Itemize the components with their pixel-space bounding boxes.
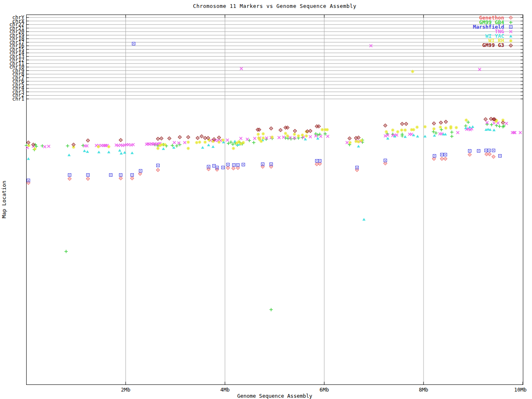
data-point xyxy=(284,132,287,135)
data-point xyxy=(156,168,160,172)
diamond-dot-icon xyxy=(316,164,317,165)
data-point xyxy=(156,137,160,140)
diamond-dot-icon xyxy=(491,118,492,119)
diamond-dot-icon xyxy=(441,122,441,123)
data-point xyxy=(498,125,501,128)
data-point xyxy=(27,157,30,160)
diamond-dot-icon xyxy=(233,168,234,169)
square-dot-icon xyxy=(493,150,494,151)
data-point xyxy=(212,145,215,148)
data-point xyxy=(212,165,215,167)
data-point xyxy=(468,153,471,156)
data-point xyxy=(450,131,453,134)
data-point xyxy=(444,153,447,156)
data-point xyxy=(217,136,221,139)
data-point xyxy=(362,218,366,220)
diamond-dot-icon xyxy=(441,158,442,159)
data-point xyxy=(485,123,489,126)
data-point xyxy=(348,141,352,144)
data-point xyxy=(400,128,403,132)
data-point xyxy=(269,127,273,130)
diamond-dot-icon xyxy=(357,170,357,170)
square-dot-icon xyxy=(132,175,133,175)
data-point xyxy=(97,150,101,153)
triangle-icon xyxy=(416,135,419,137)
triangle-icon xyxy=(468,126,471,128)
diamond-dot-icon xyxy=(356,138,357,138)
data-point xyxy=(43,145,46,148)
square-dot-icon xyxy=(28,180,29,181)
border-rect xyxy=(27,15,523,385)
diamond-dot-icon xyxy=(228,167,229,168)
square-dot-icon xyxy=(385,160,386,161)
data-point xyxy=(127,143,130,146)
data-point xyxy=(468,126,471,128)
gnuplot-scatter-canvas: Chromosome 11 Markers vs Genome Sequence… xyxy=(0,0,532,399)
triangle-icon xyxy=(471,125,474,128)
diamond-dot-icon xyxy=(385,163,386,164)
data-point xyxy=(450,135,453,138)
data-point xyxy=(444,120,448,123)
data-point xyxy=(119,177,122,180)
data-point xyxy=(492,149,495,152)
data-point xyxy=(207,143,210,146)
data-point xyxy=(318,162,321,165)
data-point xyxy=(196,136,200,140)
series-gm99-gb4 xyxy=(25,121,506,311)
data-point xyxy=(201,146,204,148)
data-point xyxy=(252,141,256,144)
data-point xyxy=(505,122,508,125)
triangle-icon xyxy=(83,149,86,152)
data-point xyxy=(384,162,387,165)
triangle-icon xyxy=(86,150,89,153)
square-dot-icon xyxy=(237,165,238,165)
data-point xyxy=(396,130,399,133)
diamond-dot-icon xyxy=(469,154,470,155)
triangle-icon xyxy=(357,145,360,147)
diamond-dot-icon xyxy=(188,137,189,138)
data-point xyxy=(384,135,387,138)
data-point xyxy=(66,144,69,148)
data-point xyxy=(27,144,30,147)
data-points xyxy=(25,42,522,312)
triangle-icon xyxy=(207,143,210,146)
axis-tick-labels: chrYchrXchr22chr21chr20chr19chr18chr17ch… xyxy=(9,15,527,393)
data-point xyxy=(293,129,297,133)
triangle-icon xyxy=(67,153,71,156)
square-dot-icon xyxy=(234,165,234,165)
triangle-icon xyxy=(118,149,121,151)
data-point xyxy=(424,125,427,128)
data-point xyxy=(254,137,256,140)
diamond-dot-icon xyxy=(208,169,209,170)
data-point xyxy=(178,135,182,139)
data-point xyxy=(232,167,235,170)
data-point xyxy=(432,122,436,125)
scatter-plot: Chromosome 11 Markers vs Genome Sequence… xyxy=(0,0,532,399)
data-point xyxy=(456,131,459,134)
diamond-dot-icon xyxy=(197,138,198,138)
diamond-dot-icon xyxy=(140,173,140,174)
data-point xyxy=(404,135,407,138)
triangle-icon xyxy=(120,152,123,154)
data-point xyxy=(309,129,312,133)
diamond-dot-icon xyxy=(69,178,70,179)
legend-marker-icon xyxy=(509,44,512,47)
triangle-icon xyxy=(131,151,134,154)
square-dot-icon xyxy=(158,165,158,166)
data-point xyxy=(86,150,89,153)
data-point xyxy=(132,42,135,45)
triangle-icon xyxy=(162,147,165,150)
square-dot-icon xyxy=(441,154,442,155)
data-point xyxy=(488,149,490,152)
data-point xyxy=(410,133,413,136)
data-point xyxy=(183,141,186,144)
data-point xyxy=(468,150,471,153)
data-point xyxy=(319,135,322,138)
diamond-dot-icon xyxy=(433,158,434,159)
data-point xyxy=(242,163,245,166)
diamond-dot-icon xyxy=(445,158,446,159)
square-dot-icon xyxy=(133,43,134,44)
diamond-dot-icon xyxy=(502,122,503,123)
data-point xyxy=(41,144,44,148)
series-marshfield xyxy=(27,42,502,182)
